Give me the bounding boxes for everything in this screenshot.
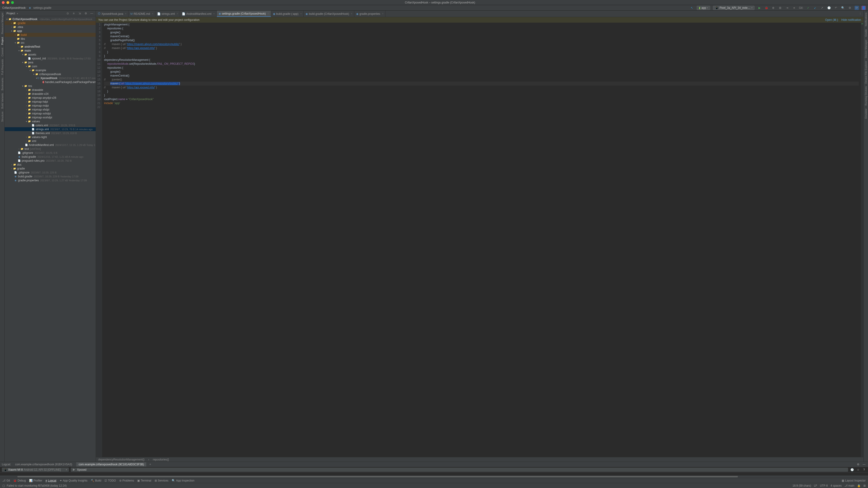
tree-node-proguard[interactable]: 📄proguard-rules.pro2023/8/7, 10:29, 750 …	[5, 159, 96, 163]
close-tab-button[interactable]: ×	[177, 12, 178, 15]
sync-button[interactable]: ⟳	[855, 6, 859, 10]
rail-structure[interactable]: Structure	[1, 112, 4, 122]
tree-node-drawable-v24[interactable]: ›📁drawable-v24	[5, 92, 96, 96]
tree-arrow-icon[interactable]: ›	[10, 26, 13, 28]
tree-arrow-icon[interactable]: ▾	[25, 120, 28, 122]
close-tab-button[interactable]: ×	[213, 12, 215, 15]
tree-node-values[interactable]: ▾📁values	[5, 119, 96, 123]
tw-app-inspection[interactable]: 🔍App Inspection	[172, 479, 194, 482]
tree-node-test[interactable]: ›📁test [unitTest]	[5, 147, 96, 151]
avatar-icon[interactable]: 👤	[862, 6, 866, 10]
tree-arrow-icon[interactable]: ›	[25, 105, 28, 107]
logcat-device-selector[interactable]: 📱 Xiaomi MI 8 Android 12, API 32 [OFFLIN…	[2, 468, 69, 472]
tree-arrow-icon[interactable]: ▾	[21, 61, 24, 64]
filter-history-button[interactable]: 🕐	[850, 468, 854, 472]
gear-icon[interactable]: ⚙	[84, 11, 88, 16]
tw-problems[interactable]: ⊘Problems	[119, 479, 134, 482]
code-content[interactable]: pluginManagement { repositories { google…	[102, 23, 861, 457]
cursor-position[interactable]: 16:9 (59 chars)	[793, 484, 811, 487]
tree-node-gitignore-app[interactable]: 📄.gitignore2023/8/7, 10:29, 6 B	[5, 151, 96, 155]
tree-arrow-icon[interactable]: ›	[25, 109, 28, 111]
rail-bookmarks[interactable]: Bookmarks	[1, 78, 4, 90]
tree-arrow-icon[interactable]: ›	[25, 101, 28, 103]
tree-node-mipmap-anydpi[interactable]: ›📁mipmap-anydpi-v26	[5, 96, 96, 100]
tree-node-strings-xml[interactable]: 📄strings.xml2023/8/7, 10:29, 78 B 14 min…	[5, 127, 96, 131]
tree-arrow-icon[interactable]: ›	[25, 93, 28, 95]
breadcrumb-root[interactable]: CrifanXposedHook	[2, 6, 26, 9]
tw-insights[interactable]: ✦App Quality Insights	[60, 479, 88, 482]
tab-manifest[interactable]: 📄AndroidManifest.xml×	[180, 11, 217, 17]
tree-arrow-icon[interactable]: ▾	[29, 69, 31, 71]
tree-node-androidtest[interactable]: ›📁androidTest	[5, 45, 96, 49]
indent-setting[interactable]: 4 spaces	[831, 484, 842, 487]
tab-strings[interactable]: 📄strings.xml×	[155, 11, 180, 17]
tree-node-main[interactable]: ▾📁main	[5, 49, 96, 53]
tw-logcat[interactable]: ≡Logcat	[45, 479, 56, 482]
tree-node-xposed-init[interactable]: 📄xposed_init2023/8/9, 10:45, 39 B Yester…	[5, 56, 96, 60]
tree-node-build-gradle-app[interactable]: ◉build.gradle2024/12/16, 17:42, 1.21 kB …	[5, 155, 96, 159]
filter-help-button[interactable]: ?	[862, 468, 866, 472]
expand-all-button[interactable]: ≡	[72, 11, 76, 16]
hide-button[interactable]: —	[90, 11, 94, 16]
tree-node-mipmap-hdpi[interactable]: ›📁mipmap-hdpi	[5, 100, 96, 104]
device-selector[interactable]: 📱 Pixel_3a_API_34_extension_level_7_ar… …	[713, 6, 754, 10]
tree-arrow-icon[interactable]: ›	[14, 34, 17, 36]
banner-hide-button[interactable]: Hide notification	[841, 18, 861, 22]
tw-todo[interactable]: ☑TODO	[104, 479, 116, 482]
tree-node-xposedhook[interactable]: ▾ⒸXposedHook2024/12/16, 17:42, 491 B 17 …	[5, 76, 96, 80]
stop-button[interactable]: ■	[792, 6, 796, 10]
tree-arrow-icon[interactable]: ▾	[21, 85, 24, 87]
tree-arrow-icon[interactable]: ›	[18, 148, 20, 150]
tree-arrow-icon[interactable]: ▾	[14, 41, 17, 44]
add-tab-button[interactable]: ＋	[148, 462, 152, 466]
editor-breadcrumb-2[interactable]: repositories{}	[153, 458, 169, 461]
tab-menu-button[interactable]: ⋮	[857, 11, 863, 17]
lock-icon[interactable]: 🔒	[857, 484, 861, 487]
select-opened-file-button[interactable]: ⊙	[66, 11, 70, 16]
tree-node-gitignore-root[interactable]: 📄.gitignore2023/8/7, 10:29, 225 B	[5, 170, 96, 174]
tree-node-libs[interactable]: 📁libs	[5, 37, 96, 41]
tree-arrow-icon[interactable]: ▾	[5, 18, 8, 20]
tree-node-xml[interactable]: ›📁xml	[5, 139, 96, 143]
tree-arrow-icon[interactable]: ▾	[32, 73, 35, 76]
tw-profiler[interactable]: 📊Profiler	[29, 479, 42, 482]
tab-build-gradle-app[interactable]: ◉build.gradle (:app)×	[271, 11, 304, 17]
tw-services[interactable]: ⊞Services	[155, 479, 168, 482]
tree-node-java[interactable]: ▾📁java	[5, 60, 96, 64]
tree-node-com[interactable]: ▾📁com	[5, 64, 96, 68]
tree-arrow-icon[interactable]: ▾	[21, 53, 24, 56]
tree-node-example[interactable]: ▾📁example	[5, 68, 96, 72]
git-push-button[interactable]: ↗	[820, 6, 824, 10]
tree-node-colors-xml[interactable]: 📄colors.xml2023/8/7, 10:29, 378 B	[5, 123, 96, 127]
rail-gradle[interactable]: Gradle	[865, 29, 867, 37]
tree-node-themes-xml[interactable]: 📄themes.xml2023/8/7, 10:29, 818 B	[5, 131, 96, 135]
rail-device-file-explorer[interactable]: Device File Explorer	[865, 61, 867, 84]
tree-node-gradle-root[interactable]: ›📁gradle	[5, 167, 96, 170]
git-rollback-button[interactable]: ↶	[834, 6, 838, 10]
tree-node-gradle-properties[interactable]: ◉gradle.properties2023/8/7, 10:29, 1.27 …	[5, 178, 96, 182]
git-history-button[interactable]: 🕐	[827, 6, 831, 10]
tw-debug[interactable]: 🐞Debug	[13, 479, 26, 482]
git-commit-button[interactable]: ✓	[806, 6, 810, 10]
tree-node-idea[interactable]: ›📁.idea	[5, 25, 96, 29]
attach-debugger-button[interactable]: ⇥	[785, 6, 789, 10]
tree-node-drawable[interactable]: ›📁drawable	[5, 88, 96, 92]
run-button[interactable]: ▶	[757, 6, 762, 10]
rail-device-manager[interactable]: Device Manager	[865, 39, 867, 58]
rail-commit[interactable]: Commit	[1, 48, 4, 56]
tab-xposedhook[interactable]: ⒸXposedHook.java×	[96, 11, 128, 17]
editor-minimap[interactable]	[861, 23, 863, 457]
search-everywhere-button[interactable]: 🔍	[841, 6, 845, 10]
git-branch[interactable]: main	[844, 484, 855, 487]
tree-arrow-icon[interactable]: ▾	[18, 50, 20, 52]
tree-node-mipmap-xxxhdpi[interactable]: ›📁mipmap-xxxhdpi	[5, 115, 96, 119]
close-tab-button[interactable]: ×	[351, 12, 352, 15]
project-view-selector[interactable]: Project ▾	[6, 12, 19, 15]
tree-node-build[interactable]: ›📁build	[5, 33, 96, 37]
breadcrumb-file[interactable]: ◉ settings.gradle	[28, 6, 51, 9]
filter-star-button[interactable]: ☆	[856, 468, 860, 472]
tree-arrow-icon[interactable]: ›	[25, 136, 28, 138]
tree-arrow-icon[interactable]: ›	[25, 112, 28, 115]
tree-arrow-icon[interactable]: ›	[10, 164, 13, 166]
rail-build-variants[interactable]: Build Variants	[1, 93, 4, 109]
